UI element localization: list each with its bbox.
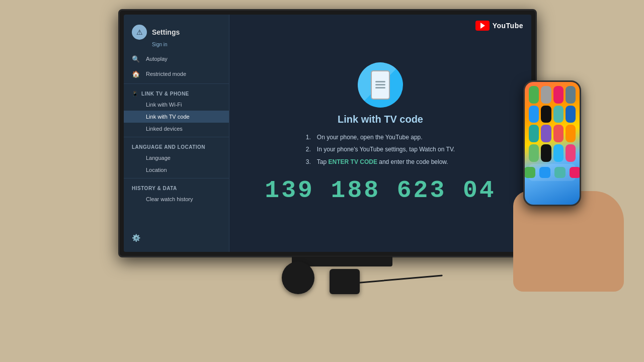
nav-restricted-mode[interactable]: 🏠 Restricted mode xyxy=(124,66,229,81)
app-icon-3 xyxy=(553,86,564,104)
dock-icon-1 xyxy=(524,167,535,178)
app-icon-7 xyxy=(553,106,564,123)
divider-3 xyxy=(124,178,229,178)
sign-in-label[interactable]: Sign in xyxy=(124,42,229,51)
step-2: 2. In your phone's YouTube settings, tap… xyxy=(306,144,455,154)
link-tv-section-icon: 📱 xyxy=(132,91,138,97)
link-title: Link with TV code xyxy=(338,114,423,125)
app-icon-9 xyxy=(529,125,539,142)
app-icon-5 xyxy=(529,106,539,123)
dock-icon-4 xyxy=(570,167,581,178)
step-3: 3. Tap ENTER TV CODE and enter the code … xyxy=(306,157,455,167)
main-content: YouTube Link with TV code 1. On your pho… xyxy=(229,15,531,252)
step-1-text: On your phone, open the YouTube app. xyxy=(317,132,423,142)
device-box-2 xyxy=(330,269,360,294)
nav-language[interactable]: Language xyxy=(124,152,229,164)
settings-title: Settings xyxy=(152,28,180,36)
section-link-tv: 📱 LINK TV & PHONE xyxy=(124,86,229,99)
phone-device xyxy=(523,80,581,206)
nav-link-tv-code[interactable]: Link with TV code xyxy=(124,111,229,123)
hand-silhouette xyxy=(513,191,624,292)
app-icon-6 xyxy=(541,106,551,123)
tv-frame: ⚠ Settings Sign in 🔍 Autoplay 🏠 Restrict… xyxy=(118,9,537,257)
devices-row xyxy=(282,261,360,294)
home-icon: 🏠 xyxy=(132,70,140,78)
app-icon-2 xyxy=(541,86,551,104)
phone-dock xyxy=(529,164,576,182)
phone-line-1 xyxy=(375,81,385,82)
step-3-text: Tap ENTER TV CODE and enter the code bel… xyxy=(317,157,448,167)
app-icon-15 xyxy=(553,144,564,162)
gear-icon: ⚙️ xyxy=(132,234,140,242)
app-icon-8 xyxy=(566,106,576,123)
youtube-icon xyxy=(475,21,490,31)
app-icon-16 xyxy=(566,144,576,162)
app-icon-11 xyxy=(553,125,564,142)
dock-icon-3 xyxy=(554,167,566,178)
nav-linked-devices[interactable]: Linked devices xyxy=(124,123,229,135)
avatar: ⚠ xyxy=(132,25,147,40)
settings-icon-row: ⚙️ xyxy=(124,230,229,246)
settings-sidebar: ⚠ Settings Sign in 🔍 Autoplay 🏠 Restrict… xyxy=(124,15,229,252)
phone-screen xyxy=(525,82,580,205)
step-2-text: In your phone's YouTube settings, tap Wa… xyxy=(317,144,455,154)
app-icon-12 xyxy=(566,125,576,142)
tv-screen: ⚠ Settings Sign in 🔍 Autoplay 🏠 Restrict… xyxy=(124,15,531,252)
nav-link-wifi[interactable]: Link with Wi-Fi xyxy=(124,99,229,111)
sidebar-nav: 🔍 Autoplay 🏠 Restricted mode 📱 LINK TV &… xyxy=(124,51,229,230)
youtube-label: YouTube xyxy=(493,22,523,30)
yt-play-icon xyxy=(480,23,485,29)
nav-clear-history[interactable]: Clear watch history xyxy=(124,193,229,205)
steps-list: 1. On your phone, open the YouTube app. … xyxy=(306,132,455,169)
youtube-logo: YouTube xyxy=(475,21,523,31)
dock-icon-2 xyxy=(539,167,550,178)
step-1: 1. On your phone, open the YouTube app. xyxy=(306,132,455,142)
app-icon-14 xyxy=(541,144,551,162)
phone-illustration xyxy=(358,62,403,108)
divider-2 xyxy=(124,137,229,137)
phone-line-3 xyxy=(375,87,385,88)
app-icon-1 xyxy=(529,86,539,104)
section-lang-location: LANGUAGE AND LOCATION xyxy=(124,139,229,152)
app-icon-13 xyxy=(529,144,539,162)
enter-tv-code-highlight: ENTER TV CODE xyxy=(329,158,377,165)
app-icon-4 xyxy=(566,86,576,104)
app-icon-10 xyxy=(541,125,551,142)
search-icon: 🔍 xyxy=(132,55,140,63)
divider-1 xyxy=(124,83,229,84)
section-history-data: HISTORY & DATA xyxy=(124,180,229,193)
sidebar-header: ⚠ Settings xyxy=(124,21,229,42)
phone-shape xyxy=(371,70,390,100)
nav-autoplay[interactable]: 🔍 Autoplay xyxy=(124,51,229,66)
hand-with-phone xyxy=(513,80,624,292)
device-box-1 xyxy=(282,261,314,294)
tv-code-display: 139 188 623 04 xyxy=(265,177,496,204)
nav-location[interactable]: Location xyxy=(124,164,229,176)
phone-line-2 xyxy=(375,84,385,85)
